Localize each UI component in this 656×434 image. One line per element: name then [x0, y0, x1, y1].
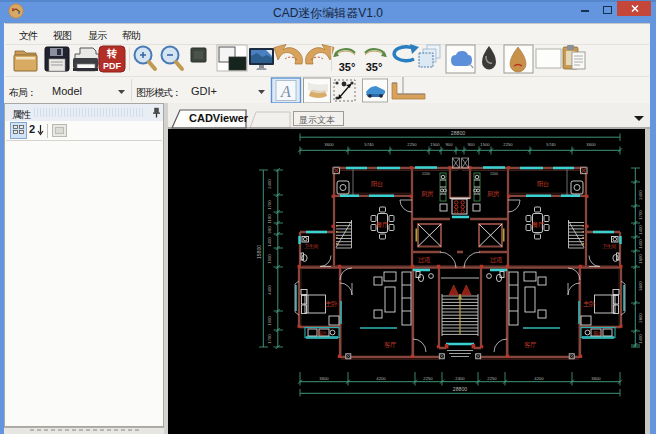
svg-text:过道: 过道 [418, 256, 431, 264]
svg-text:主卧: 主卧 [325, 300, 338, 307]
svg-text:过道: 过道 [490, 256, 503, 264]
svg-text:客厅: 客厅 [384, 341, 397, 349]
svg-text:5740: 5740 [364, 142, 374, 147]
svg-text:3600: 3600 [586, 142, 596, 147]
svg-text:1700: 1700 [267, 200, 272, 210]
svg-text:厨房: 厨房 [487, 190, 500, 197]
svg-text:客厅: 客厅 [524, 341, 537, 349]
svg-text:1500: 1500 [430, 142, 440, 147]
svg-text:卫生间: 卫生间 [602, 243, 616, 250]
svg-text:1200: 1200 [422, 172, 430, 176]
svg-text:1200: 1200 [490, 172, 498, 176]
svg-text:1100: 1100 [267, 214, 272, 224]
svg-text:转: 转 [106, 48, 117, 59]
svg-text:3600: 3600 [638, 281, 643, 291]
svg-text:900: 900 [446, 142, 454, 147]
svg-text:28800: 28800 [453, 386, 468, 392]
svg-text:2250: 2250 [407, 142, 417, 147]
svg-text:A: A [280, 83, 291, 100]
svg-text:1400: 1400 [638, 225, 643, 235]
svg-text:1400: 1400 [638, 334, 643, 344]
svg-text:5740: 5740 [546, 142, 556, 147]
svg-text:阳台: 阳台 [318, 330, 328, 337]
svg-text:1500: 1500 [480, 142, 490, 147]
svg-text:4200: 4200 [534, 376, 544, 381]
svg-text:4400: 4400 [267, 285, 272, 295]
svg-text:2250: 2250 [503, 142, 513, 147]
svg-text:3600: 3600 [591, 376, 601, 381]
svg-text:1900: 1900 [267, 254, 272, 264]
svg-text:1400: 1400 [267, 237, 272, 247]
svg-text:1700: 1700 [267, 334, 272, 344]
svg-text:1600: 1600 [638, 254, 643, 264]
svg-text:2250: 2250 [487, 376, 497, 381]
svg-text:1400: 1400 [638, 239, 643, 249]
svg-text:35°: 35° [366, 61, 383, 73]
svg-text:餐厅: 餐厅 [532, 221, 545, 228]
svg-text:1700: 1700 [638, 210, 643, 220]
svg-text:3600: 3600 [324, 142, 334, 147]
svg-text:阳台: 阳台 [371, 180, 383, 188]
svg-text:28800: 28800 [451, 130, 466, 136]
svg-text:1900: 1900 [267, 316, 272, 326]
svg-text:2400: 2400 [455, 376, 465, 381]
svg-text:主卧: 主卧 [583, 300, 596, 307]
svg-text:2250: 2250 [423, 376, 433, 381]
svg-text:卫生间: 卫生间 [304, 243, 318, 250]
svg-text:35°: 35° [339, 61, 356, 73]
svg-text:阳台: 阳台 [537, 180, 549, 188]
svg-text:3600: 3600 [319, 376, 329, 381]
svg-text:15800: 15800 [256, 245, 262, 259]
svg-text:4200: 4200 [376, 376, 386, 381]
svg-text:厨房: 厨房 [421, 190, 434, 197]
svg-text:900: 900 [267, 226, 272, 234]
svg-text:PDF: PDF [103, 61, 122, 71]
svg-text:2800: 2800 [638, 313, 643, 323]
svg-text:2400: 2400 [638, 190, 643, 200]
svg-text:阳台: 阳台 [594, 330, 604, 337]
svg-text:900: 900 [468, 142, 476, 147]
svg-text:2400: 2400 [267, 179, 272, 189]
svg-text:餐厅: 餐厅 [376, 221, 389, 228]
